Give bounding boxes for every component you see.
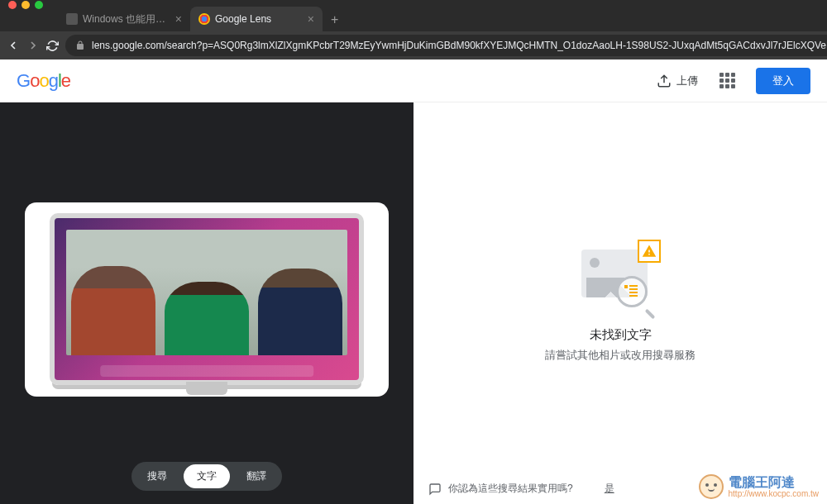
favicon-icon [66,13,78,25]
feedback-yes-link[interactable]: 是 [605,482,614,496]
magnifier-icon [616,276,654,314]
warning-icon [638,240,661,263]
window-chrome [0,0,827,7]
feedback-icon [428,483,442,496]
upload-button[interactable]: 上傳 [648,69,706,93]
watermark-url: http://www.kocpc.com.tw [729,489,819,498]
mode-search[interactable]: 搜尋 [134,464,180,488]
apps-grid-icon[interactable] [718,71,738,91]
window-zoom[interactable] [35,1,43,9]
browser-toolbar: lens.google.com/search?p=ASQ0Rg3lmXlZlXg… [0,31,827,59]
tab-active[interactable]: Google Lens × [190,7,323,31]
window-close[interactable] [8,1,17,9]
new-tab-button[interactable]: + [323,8,347,31]
empty-title: 未找到文字 [590,327,652,343]
watermark-name: 電腦王阿達 [729,475,819,490]
image-pane: 搜尋 文字 翻譯 [0,102,414,504]
tab-close-icon[interactable]: × [175,12,182,26]
google-logo[interactable]: Google [17,70,70,92]
tab-title: Google Lens [215,13,303,25]
feedback-bar: 你認為這些搜尋結果實用嗎? 是 [428,482,614,496]
tab-strip: Windows 也能用蘋果的 Studio × Google Lens × + [0,7,827,31]
signin-button[interactable]: 登入 [756,68,810,94]
upload-label: 上傳 [676,74,698,88]
tab-close-icon[interactable]: × [308,12,314,26]
results-pane: 未找到文字 請嘗試其他相片或改用搜尋服務 你認為這些搜尋結果實用嗎? 是 [414,102,827,504]
empty-state-icon [575,245,666,311]
tab-background[interactable]: Windows 也能用蘋果的 Studio × [58,7,190,31]
preview-monitor [50,213,364,385]
tab-title: Windows 也能用蘋果的 Studio [83,12,170,26]
empty-subtitle: 請嘗試其他相片或改用搜尋服務 [545,348,696,363]
favicon-icon [198,13,210,25]
address-bar[interactable]: lens.google.com/search?p=ASQ0Rg3lmXlZlXg… [65,35,827,56]
feedback-text: 你認為這些搜尋結果實用嗎? [448,482,573,496]
url-text: lens.google.com/search?p=ASQ0Rg3lmXlZlXg… [92,40,827,51]
upload-icon [657,74,672,88]
image-preview[interactable] [25,202,389,397]
window-minimize[interactable] [22,1,30,9]
reload-button[interactable] [46,36,59,55]
main-area: 搜尋 文字 翻譯 未找到文字 請嘗試其他相片或改用搜尋服務 你認為這些搜尋結果實… [0,102,827,504]
back-button[interactable] [7,36,20,55]
mode-selector: 搜尋 文字 翻譯 [131,462,282,491]
app-header: Google 上傳 登入 [0,59,827,102]
mode-text[interactable]: 文字 [184,464,230,488]
signin-label: 登入 [772,74,794,87]
mode-translate[interactable]: 翻譯 [233,464,280,488]
lock-icon [75,40,85,50]
watermark-mascot [699,474,724,499]
watermark: 電腦王阿達 http://www.kocpc.com.tw [699,474,819,499]
forward-button[interactable] [26,36,40,55]
